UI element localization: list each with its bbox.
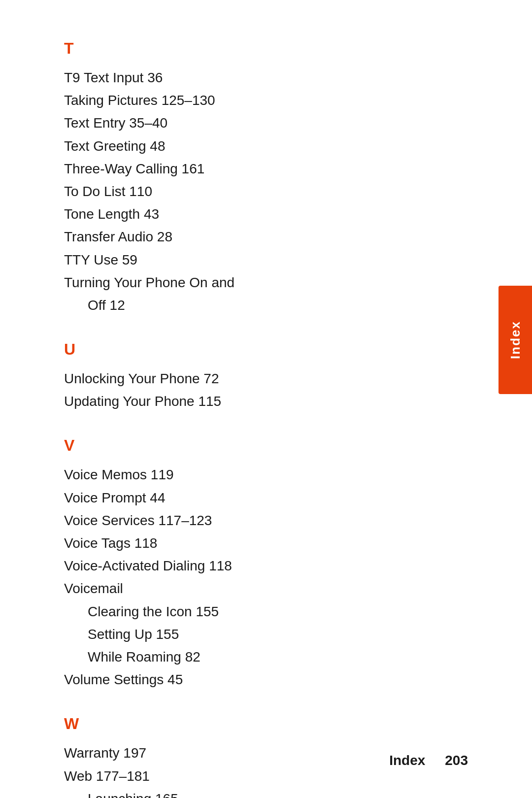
index-entry: Setting Up 155	[64, 623, 468, 646]
index-entry: Voice Prompt 44	[64, 487, 468, 509]
section-letter: T	[64, 39, 468, 58]
index-entry: Voice Services 117–123	[64, 509, 468, 532]
index-entry: Voice-Activated Dialing 118	[64, 555, 468, 577]
page-content: TT9 Text Input 36Taking Pictures 125–130…	[0, 0, 532, 798]
footer-label: Index	[389, 753, 425, 768]
index-section: UUnlocking Your Phone 72Updating Your Ph…	[64, 340, 468, 413]
index-entry: To Do List 110	[64, 180, 468, 203]
section-letter: W	[64, 715, 468, 733]
index-entry: Taking Pictures 125–130	[64, 89, 468, 112]
footer-page-number: 203	[445, 753, 468, 768]
section-letter: V	[64, 436, 468, 455]
index-entry: Clearing the Icon 155	[64, 600, 468, 623]
index-entry: Voice Memos 119	[64, 464, 468, 486]
index-section: TT9 Text Input 36Taking Pictures 125–130…	[64, 39, 468, 317]
index-entry: Turning Your Phone On and	[64, 271, 468, 294]
index-entry: T9 Text Input 36	[64, 66, 468, 89]
index-entry: Tone Length 43	[64, 203, 468, 226]
index-entry: Off 12	[64, 294, 468, 317]
section-letter: U	[64, 340, 468, 359]
side-tab: Index	[499, 286, 532, 394]
index-entry: Text Entry 35–40	[64, 112, 468, 134]
index-entry: Volume Settings 45	[64, 668, 468, 691]
index-entry: Updating Your Phone 115	[64, 390, 468, 413]
index-entry: Launching 165	[64, 788, 468, 798]
index-entry: While Roaming 82	[64, 646, 468, 668]
index-section: VVoice Memos 119Voice Prompt 44Voice Ser…	[64, 436, 468, 691]
index-entry: Three-Way Calling 161	[64, 158, 468, 180]
index-entry: Voice Tags 118	[64, 532, 468, 555]
page-footer: Index 203	[389, 753, 468, 768]
side-tab-label: Index	[508, 321, 523, 359]
index-entry: Unlocking Your Phone 72	[64, 367, 468, 390]
index-entry: Transfer Audio 28	[64, 226, 468, 248]
index-entry: Voicemail	[64, 577, 468, 600]
index-entry: TTY Use 59	[64, 249, 468, 271]
index-entry: Text Greeting 48	[64, 135, 468, 158]
